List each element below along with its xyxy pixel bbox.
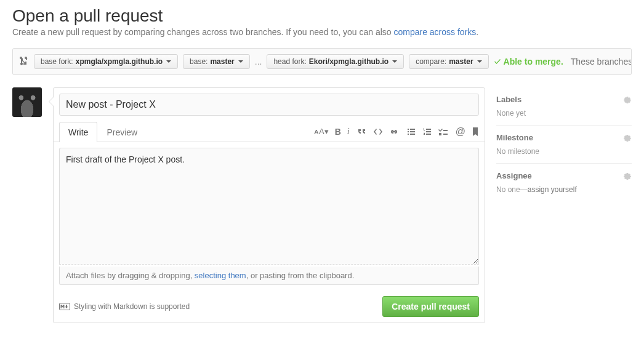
select-files-link[interactable]: selecting them <box>195 271 246 280</box>
check-icon <box>494 58 501 65</box>
base-branch-dropdown[interactable]: base: master <box>183 54 250 69</box>
compare-bar: base fork: xpmgla/xpmgla.github.io base:… <box>12 48 632 75</box>
caret-icon <box>392 60 397 63</box>
pr-body-textarea[interactable]: First draft of the Project X post. <box>59 148 479 265</box>
head-fork-dropdown[interactable]: head fork: Ekori/xpmgla.github.io <box>267 54 404 69</box>
tasklist-button[interactable] <box>438 127 448 136</box>
labels-value: None yet <box>496 109 632 118</box>
assignee-section: Assignee No one—assign yourself <box>496 164 632 201</box>
code-button[interactable] <box>373 127 383 136</box>
pr-title-input[interactable] <box>59 94 479 116</box>
caret-icon <box>166 60 171 63</box>
sidebar: Labels None yet Milestone No milestone A… <box>496 87 632 323</box>
tab-preview[interactable]: Preview <box>97 122 147 142</box>
assign-yourself-link[interactable]: assign yourself <box>528 185 577 194</box>
ellipsis: ... <box>255 57 262 66</box>
caret-icon <box>477 60 482 63</box>
create-pr-button[interactable]: Create pull request <box>382 296 479 317</box>
merge-status: Able to merge. <box>494 57 563 66</box>
page-subtitle: Create a new pull request by comparing c… <box>12 27 632 37</box>
editor-tabs: Write Preview ᴀA▾ B i <box>54 121 485 142</box>
labels-section: Labels None yet <box>496 87 632 126</box>
page-title: Open a pull request <box>12 6 632 26</box>
compare-forks-link[interactable]: compare across forks <box>393 27 476 37</box>
milestone-title: Milestone <box>496 133 533 142</box>
milestone-section: Milestone No milestone <box>496 126 632 164</box>
ul-button[interactable] <box>406 127 416 136</box>
avatar[interactable] <box>12 87 42 117</box>
text-size-button[interactable]: ᴀA▾ <box>314 127 329 136</box>
link-button[interactable] <box>389 127 399 136</box>
saved-replies-button[interactable] <box>472 127 479 137</box>
labels-title: Labels <box>496 95 521 104</box>
assignee-title: Assignee <box>496 171 532 180</box>
bold-button[interactable]: B <box>335 127 341 137</box>
assignee-value: No one—assign yourself <box>496 185 632 194</box>
base-fork-dropdown[interactable]: base fork: xpmgla/xpmgla.github.io <box>34 54 178 69</box>
editor-toolbar: ᴀA▾ B i @ <box>314 126 479 137</box>
ol-button[interactable] <box>422 127 432 136</box>
caret-icon <box>238 60 243 63</box>
compare-branch-dropdown[interactable]: compare: master <box>409 54 488 69</box>
gear-icon[interactable] <box>623 95 632 104</box>
milestone-value: No milestone <box>496 147 632 156</box>
pr-editor: Write Preview ᴀA▾ B i <box>53 87 485 323</box>
quote-button[interactable] <box>357 127 367 136</box>
git-compare-icon <box>19 56 29 68</box>
gear-icon[interactable] <box>623 172 632 180</box>
merge-status-text: These branches <box>571 57 632 66</box>
markdown-icon <box>59 303 70 310</box>
mention-button[interactable]: @ <box>456 126 465 137</box>
tab-write[interactable]: Write <box>59 122 97 142</box>
italic-button[interactable]: i <box>347 127 350 137</box>
gear-icon[interactable] <box>623 134 632 142</box>
attach-hint: Attach files by dragging & dropping, sel… <box>59 267 479 285</box>
markdown-hint[interactable]: Styling with Markdown is supported <box>59 302 190 311</box>
